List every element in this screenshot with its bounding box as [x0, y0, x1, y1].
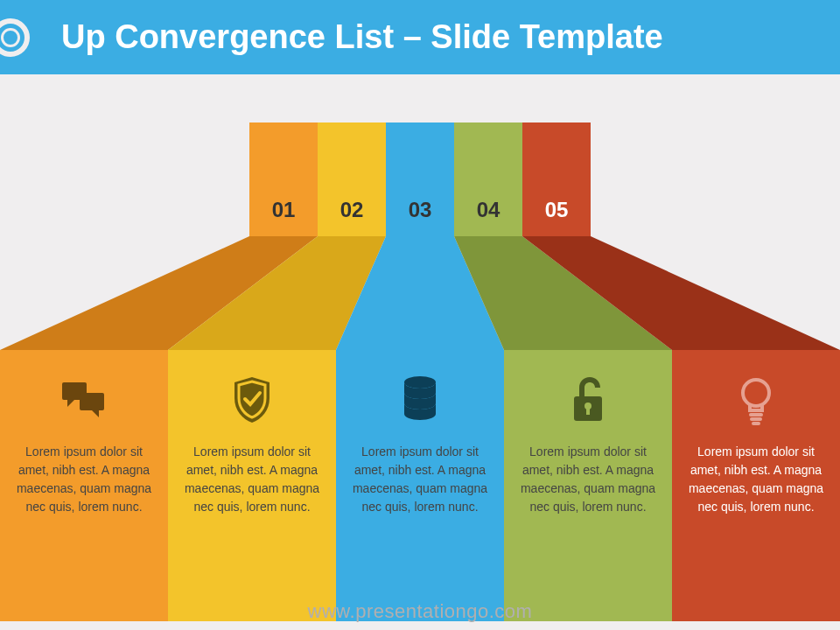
bottom-columns: Lorem ipsum dolor sit amet, nibh est. A …: [0, 350, 840, 621]
top-bar-05: 05: [522, 122, 591, 236]
top-bar-number: 03: [409, 198, 432, 222]
connector-shapes: [0, 236, 840, 350]
watermark-url: www.presentationgo.com: [0, 600, 840, 623]
bulb-icon: [688, 369, 824, 430]
slide-title: Up Convergence List – Slide Template: [61, 18, 663, 56]
title-ornament-icon: [0, 18, 30, 57]
column-01: Lorem ipsum dolor sit amet, nibh est. A …: [0, 350, 168, 621]
shield-icon: [184, 369, 320, 430]
lock-icon: [520, 369, 656, 430]
top-bar-02: 02: [318, 122, 386, 236]
top-bar-number: 04: [477, 198, 500, 222]
top-bar-01: 01: [249, 122, 318, 236]
chat-icon: [16, 369, 152, 430]
top-bar-number: 05: [545, 198, 569, 222]
title-bar: Up Convergence List – Slide Template: [0, 0, 840, 74]
svg-rect-7: [586, 408, 590, 415]
column-text: Lorem ipsum dolor sit amet, nibh est. A …: [520, 443, 656, 516]
column-text: Lorem ipsum dolor sit amet, nibh est. A …: [352, 443, 488, 516]
convergence-diagram: 01 02 03 04 05: [0, 83, 840, 591]
column-text: Lorem ipsum dolor sit amet, nibh est. A …: [688, 443, 824, 516]
svg-rect-2: [80, 393, 104, 410]
top-bar-number: 01: [272, 198, 296, 222]
svg-point-8: [743, 380, 769, 406]
svg-marker-3: [92, 410, 99, 417]
column-05: Lorem ipsum dolor sit amet, nibh est. A …: [672, 350, 840, 621]
column-03: Lorem ipsum dolor sit amet, nibh est. A …: [336, 350, 504, 621]
top-bars: 01 02 03 04 05: [249, 122, 591, 236]
svg-point-4: [404, 376, 436, 388]
column-02: Lorem ipsum dolor sit amet, nibh est. A …: [168, 350, 336, 621]
svg-marker-1: [67, 400, 74, 407]
column-04: Lorem ipsum dolor sit amet, nibh est. A …: [504, 350, 672, 621]
top-bar-03: 03: [386, 122, 454, 236]
column-text: Lorem ipsum dolor sit amet, nibh est. A …: [184, 443, 320, 516]
top-bar-04: 04: [454, 122, 522, 236]
column-text: Lorem ipsum dolor sit amet, nibh est. A …: [16, 443, 152, 516]
database-icon: [352, 369, 488, 430]
top-bar-number: 02: [340, 198, 364, 222]
